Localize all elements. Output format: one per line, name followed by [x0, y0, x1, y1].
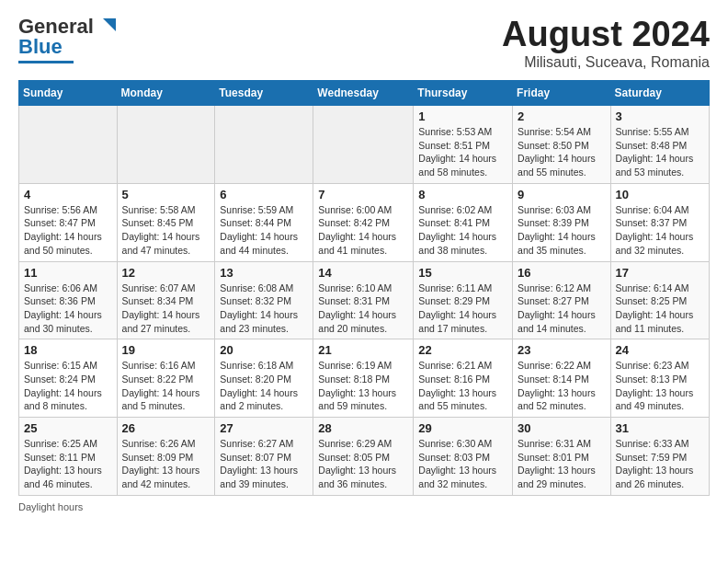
calendar-cell: 11Sunrise: 6:06 AMSunset: 8:36 PMDayligh…: [19, 261, 118, 339]
calendar-cell: 28Sunrise: 6:29 AMSunset: 8:05 PMDayligh…: [313, 418, 414, 496]
day-info: Sunrise: 6:10 AMSunset: 8:31 PMDaylight:…: [318, 282, 408, 336]
logo-icon: [96, 15, 116, 35]
calendar-cell: 24Sunrise: 6:23 AMSunset: 8:13 PMDayligh…: [610, 339, 709, 418]
calendar-cell: [117, 106, 215, 184]
page: General Blue August 2024 Milisauti, Suce…: [0, 0, 728, 527]
calendar-cell: 5Sunrise: 5:58 AMSunset: 8:45 PMDaylight…: [117, 183, 215, 261]
day-number: 19: [122, 343, 210, 357]
day-info: Sunrise: 6:18 AMSunset: 8:20 PMDaylight:…: [220, 359, 308, 413]
day-number: 30: [518, 421, 606, 435]
day-info: Sunrise: 5:54 AMSunset: 8:50 PMDaylight:…: [518, 125, 606, 179]
day-number: 9: [518, 188, 606, 201]
calendar-cell: [313, 106, 414, 184]
day-info: Sunrise: 5:53 AMSunset: 8:51 PMDaylight:…: [418, 125, 507, 179]
day-info: Sunrise: 6:02 AMSunset: 8:41 PMDaylight:…: [418, 203, 507, 258]
day-number: 15: [418, 266, 507, 280]
day-info: Sunrise: 5:55 AMSunset: 8:48 PMDaylight:…: [616, 125, 704, 179]
day-number: 4: [24, 188, 112, 201]
day-info: Sunrise: 6:23 AMSunset: 8:13 PMDaylight:…: [616, 359, 704, 413]
day-info: Sunrise: 6:30 AMSunset: 8:03 PMDaylight:…: [418, 437, 507, 491]
header-monday: Monday: [117, 81, 215, 106]
footer-note: Daylight hours: [18, 501, 710, 512]
calendar-cell: 25Sunrise: 6:25 AMSunset: 8:11 PMDayligh…: [19, 418, 118, 496]
day-info: Sunrise: 6:03 AMSunset: 8:39 PMDaylight:…: [518, 203, 606, 258]
calendar-cell: 21Sunrise: 6:19 AMSunset: 8:18 PMDayligh…: [313, 339, 414, 418]
calendar-cell: 19Sunrise: 6:16 AMSunset: 8:22 PMDayligh…: [117, 339, 215, 418]
day-number: 31: [616, 421, 704, 435]
day-info: Sunrise: 5:59 AMSunset: 8:44 PMDaylight:…: [220, 203, 308, 258]
day-info: Sunrise: 6:14 AMSunset: 8:25 PMDaylight:…: [616, 282, 704, 336]
day-number: 11: [24, 266, 112, 280]
day-number: 6: [220, 188, 308, 201]
calendar-cell: 1Sunrise: 5:53 AMSunset: 8:51 PMDaylight…: [414, 106, 513, 184]
day-info: Sunrise: 6:31 AMSunset: 8:01 PMDaylight:…: [518, 437, 606, 491]
daylight-label: Daylight hours: [18, 501, 83, 512]
calendar-row-1: 1Sunrise: 5:53 AMSunset: 8:51 PMDaylight…: [19, 106, 710, 184]
day-info: Sunrise: 6:22 AMSunset: 8:14 PMDaylight:…: [518, 359, 606, 413]
calendar-cell: 12Sunrise: 6:07 AMSunset: 8:34 PMDayligh…: [117, 261, 215, 339]
day-number: 5: [122, 188, 210, 201]
day-number: 7: [318, 188, 408, 201]
calendar-cell: 20Sunrise: 6:18 AMSunset: 8:20 PMDayligh…: [215, 339, 313, 418]
day-number: 12: [122, 266, 210, 280]
logo: General Blue: [18, 15, 116, 63]
day-info: Sunrise: 6:08 AMSunset: 8:32 PMDaylight:…: [220, 282, 308, 336]
calendar-cell: 29Sunrise: 6:30 AMSunset: 8:03 PMDayligh…: [414, 418, 513, 496]
day-info: Sunrise: 5:56 AMSunset: 8:47 PMDaylight:…: [24, 203, 112, 258]
day-number: 22: [418, 343, 507, 357]
calendar-cell: 13Sunrise: 6:08 AMSunset: 8:32 PMDayligh…: [215, 261, 313, 339]
day-info: Sunrise: 6:26 AMSunset: 8:09 PMDaylight:…: [122, 437, 210, 491]
calendar-cell: 18Sunrise: 6:15 AMSunset: 8:24 PMDayligh…: [19, 339, 118, 418]
calendar-cell: 9Sunrise: 6:03 AMSunset: 8:39 PMDaylight…: [513, 183, 611, 261]
calendar-cell: 8Sunrise: 6:02 AMSunset: 8:41 PMDaylight…: [414, 183, 513, 261]
calendar-cell: 26Sunrise: 6:26 AMSunset: 8:09 PMDayligh…: [117, 418, 215, 496]
calendar-cell: 7Sunrise: 6:00 AMSunset: 8:42 PMDaylight…: [313, 183, 414, 261]
day-number: 14: [318, 266, 408, 280]
day-number: 3: [616, 109, 704, 123]
calendar-cell: 17Sunrise: 6:14 AMSunset: 8:25 PMDayligh…: [610, 261, 709, 339]
month-year-title: August 2024: [502, 15, 710, 54]
day-number: 20: [220, 343, 308, 357]
day-number: 17: [616, 266, 704, 280]
header-tuesday: Tuesday: [215, 81, 313, 106]
day-info: Sunrise: 6:21 AMSunset: 8:16 PMDaylight:…: [418, 359, 507, 413]
calendar-row-5: 25Sunrise: 6:25 AMSunset: 8:11 PMDayligh…: [19, 418, 710, 496]
calendar-cell: 6Sunrise: 5:59 AMSunset: 8:44 PMDaylight…: [215, 183, 313, 261]
calendar-cell: [215, 106, 313, 184]
calendar-cell: 30Sunrise: 6:31 AMSunset: 8:01 PMDayligh…: [513, 418, 611, 496]
day-info: Sunrise: 6:19 AMSunset: 8:18 PMDaylight:…: [318, 359, 408, 413]
day-number: 18: [24, 343, 112, 357]
day-info: Sunrise: 6:29 AMSunset: 8:05 PMDaylight:…: [318, 437, 408, 491]
day-info: Sunrise: 6:11 AMSunset: 8:29 PMDaylight:…: [418, 282, 507, 336]
logo-text-blue: Blue: [18, 35, 63, 59]
day-number: 29: [418, 421, 507, 435]
day-number: 24: [616, 343, 704, 357]
calendar-cell: [19, 106, 118, 184]
calendar-row-2: 4Sunrise: 5:56 AMSunset: 8:47 PMDaylight…: [19, 183, 710, 261]
logo-line: [18, 61, 74, 63]
header-thursday: Thursday: [414, 81, 513, 106]
calendar-cell: 10Sunrise: 6:04 AMSunset: 8:37 PMDayligh…: [610, 183, 709, 261]
header-row: Sunday Monday Tuesday Wednesday Thursday…: [19, 81, 710, 106]
calendar-cell: 16Sunrise: 6:12 AMSunset: 8:27 PMDayligh…: [513, 261, 611, 339]
day-number: 2: [518, 109, 606, 123]
location-subtitle: Milisauti, Suceava, Romania: [502, 54, 710, 71]
header: General Blue August 2024 Milisauti, Suce…: [18, 15, 710, 71]
day-info: Sunrise: 6:06 AMSunset: 8:36 PMDaylight:…: [24, 282, 112, 336]
day-number: 25: [24, 421, 112, 435]
calendar-cell: 23Sunrise: 6:22 AMSunset: 8:14 PMDayligh…: [513, 339, 611, 418]
day-number: 23: [518, 343, 606, 357]
day-info: Sunrise: 6:16 AMSunset: 8:22 PMDaylight:…: [122, 359, 210, 413]
calendar-table: Sunday Monday Tuesday Wednesday Thursday…: [18, 80, 710, 496]
day-info: Sunrise: 5:58 AMSunset: 8:45 PMDaylight:…: [122, 203, 210, 258]
calendar-cell: 2Sunrise: 5:54 AMSunset: 8:50 PMDaylight…: [513, 106, 611, 184]
day-info: Sunrise: 6:12 AMSunset: 8:27 PMDaylight:…: [518, 282, 606, 336]
calendar-row-3: 11Sunrise: 6:06 AMSunset: 8:36 PMDayligh…: [19, 261, 710, 339]
calendar-cell: 15Sunrise: 6:11 AMSunset: 8:29 PMDayligh…: [414, 261, 513, 339]
calendar-row-4: 18Sunrise: 6:15 AMSunset: 8:24 PMDayligh…: [19, 339, 710, 418]
calendar-cell: 4Sunrise: 5:56 AMSunset: 8:47 PMDaylight…: [19, 183, 118, 261]
calendar-header: Sunday Monday Tuesday Wednesday Thursday…: [19, 81, 710, 106]
day-number: 16: [518, 266, 606, 280]
svg-marker-0: [103, 18, 116, 31]
day-number: 8: [418, 188, 507, 201]
